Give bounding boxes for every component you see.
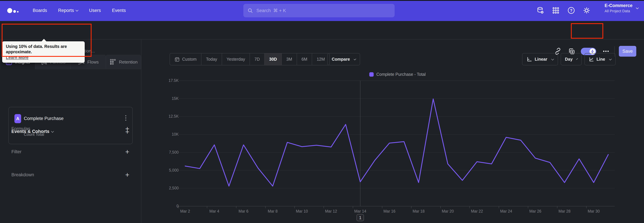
x-tick-label: Mar 26 <box>521 209 550 213</box>
legend-swatch <box>369 72 374 77</box>
line-chart-icon <box>589 56 594 62</box>
nav-icon-group: ? <box>535 5 592 16</box>
scale-dropdown[interactable]: Linear <box>522 53 558 65</box>
event-options-icon[interactable] <box>125 115 126 121</box>
x-tick-label: Mar 8 <box>258 209 287 213</box>
save-button[interactable]: Save <box>619 46 636 57</box>
chart-legend[interactable]: Complete Purchase - Total <box>182 72 613 77</box>
date-range-control: Custom Today Yesterday 7D 30D 3M 6M 12M <box>170 53 330 65</box>
tooltip-text: Using 10% of data. Results are approxima… <box>6 44 81 54</box>
range-7d[interactable]: 7D <box>250 53 264 65</box>
x-tick-label: Mar 14 <box>346 209 375 213</box>
report-header-bar: Untitled Sampled + Add description... <box>0 21 644 40</box>
tab-label: Retention <box>119 59 138 65</box>
x-tick-label: Mar 30 <box>579 209 608 213</box>
nav-item-boards[interactable]: Boards <box>33 8 47 13</box>
project-name: E-Commerce <box>604 3 632 8</box>
project-switcher[interactable]: E-Commerce All Project Data <box>604 3 638 13</box>
search-icon <box>247 8 253 14</box>
global-search[interactable] <box>243 4 394 17</box>
svg-text:?: ? <box>570 9 572 13</box>
tab-retention[interactable]: Retention <box>106 55 141 69</box>
x-tick-label: Mar 2 <box>170 209 200 213</box>
add-filter-button[interactable]: + <box>124 148 131 156</box>
nav-item-events[interactable]: Events <box>112 8 126 13</box>
x-tick-label: Mar 6 <box>229 209 258 213</box>
apps-grid-icon[interactable] <box>550 5 561 16</box>
range-12m[interactable]: 12M <box>312 53 330 65</box>
x-tick-label: Mar 4 <box>200 209 229 213</box>
retention-icon <box>109 58 116 66</box>
tab-label: Flows <box>88 59 99 65</box>
event-metric[interactable]: Count Total <box>24 132 44 137</box>
y-tick-label: 7,500 <box>148 150 178 155</box>
series-line <box>185 99 608 186</box>
event-series-badge: A <box>14 114 21 123</box>
top-nav-bar: Boards Reports Users Events <box>0 0 644 21</box>
legend-label: Complete Purchase - Total <box>376 72 426 77</box>
breakdown-label: Breakdown <box>12 172 34 177</box>
compare-button[interactable]: Compare <box>327 53 360 65</box>
tooltip-caret <box>42 39 46 42</box>
search-input[interactable] <box>256 8 374 14</box>
settings-gear-icon[interactable] <box>582 5 592 16</box>
event-card[interactable]: A Complete Purchase Count Total <box>8 107 133 144</box>
x-tick-label: Mar 10 <box>287 209 316 213</box>
sampling-tooltip: Using 10% of data. Results are approxima… <box>2 41 85 63</box>
data-management-icon[interactable] <box>535 5 546 16</box>
y-tick-label: 10K <box>148 132 178 137</box>
x-tick-label: Mar 28 <box>550 209 579 213</box>
interval-dropdown[interactable]: Day <box>561 53 582 65</box>
range-custom[interactable]: Custom <box>170 53 201 65</box>
x-tick-label: Mar 22 <box>462 209 492 213</box>
x-tick-label: Mar 12 <box>316 209 346 213</box>
x-tick-label: Mar 18 <box>404 209 433 213</box>
range-yesterday[interactable]: Yesterday <box>222 53 250 65</box>
chevron-down-icon <box>636 6 639 9</box>
query-builder-panel: Insights Funnels Flows <box>0 40 142 223</box>
range-3m[interactable]: 3M <box>282 53 297 65</box>
event-name: Complete Purchase <box>24 116 64 121</box>
lightning-bolt-icon <box>590 49 594 53</box>
x-tick-label: Mar 16 <box>375 209 404 213</box>
help-icon[interactable]: ? <box>566 5 576 16</box>
mixpanel-insights-page: Boards Reports Users Events <box>0 0 644 223</box>
x-tick-label: Mar 20 <box>433 209 462 213</box>
range-today[interactable]: Today <box>201 53 222 65</box>
nav-item-reports[interactable]: Reports <box>58 8 78 13</box>
add-formula-button[interactable]: + <box>124 125 131 133</box>
calendar-icon <box>174 57 180 62</box>
window-top-edge <box>0 0 644 1</box>
filter-label: Filter <box>12 149 22 154</box>
y-tick-label: 17.5K <box>148 78 178 83</box>
y-tick-label: 5,000 <box>148 168 178 173</box>
y-tick-label: 12.5K <box>148 114 178 119</box>
y-tick-label: 0 <box>148 204 178 208</box>
formulas-label: Formulas <box>12 126 30 131</box>
mixpanel-logo[interactable] <box>7 7 20 14</box>
project-scope: All Project Data <box>604 9 632 13</box>
learn-more-link[interactable]: Learn More <box>6 55 28 60</box>
nav-item-users[interactable]: Users <box>89 8 101 13</box>
chart-type-dropdown[interactable]: Line <box>584 53 616 65</box>
chevron-down-icon <box>76 9 78 12</box>
y-tick-label: 15K <box>148 96 178 101</box>
range-6m[interactable]: 6M <box>297 53 312 65</box>
range-30d[interactable]: 30D <box>264 53 282 65</box>
add-breakdown-button[interactable]: + <box>124 171 131 179</box>
x-tick-label: Mar 24 <box>492 209 521 213</box>
mixpanel-logo-icon <box>7 7 20 14</box>
annotation-marker-badge[interactable]: 1 <box>356 214 364 221</box>
linear-axis-icon <box>526 56 532 62</box>
y-tick-label: 2,500 <box>148 186 178 190</box>
